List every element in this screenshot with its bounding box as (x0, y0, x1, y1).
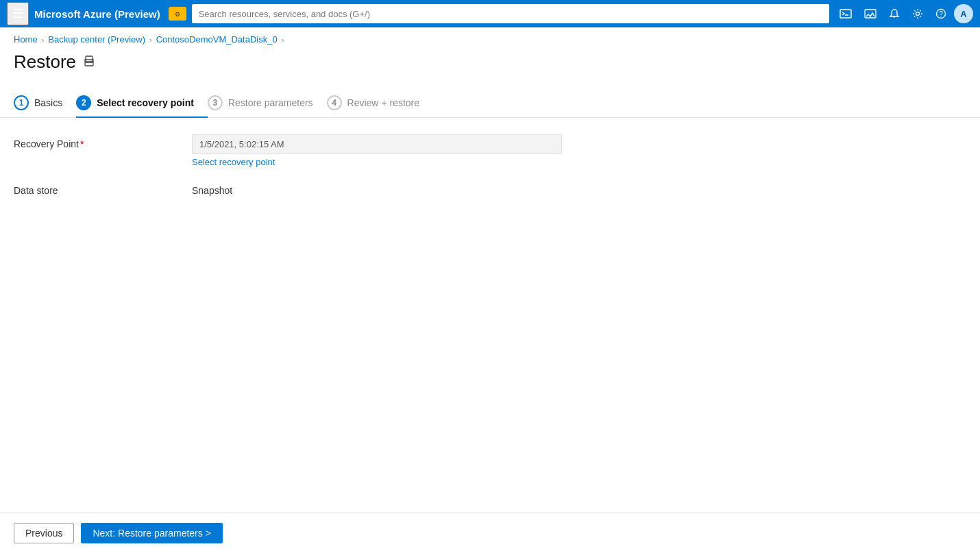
hamburger-button[interactable]: ☰ (7, 2, 29, 25)
page-header: Restore (0, 47, 980, 84)
bell-icon[interactable] (884, 5, 905, 22)
wizard-step-2-label: Select recovery point (97, 97, 194, 108)
svg-rect-11 (86, 56, 93, 62)
help-icon[interactable]: ? (931, 5, 951, 22)
svg-text:?: ? (939, 10, 943, 18)
wizard-step-4-num: 4 (327, 95, 342, 110)
wizard-steps: 1 Basics 2 Select recovery point 3 Resto… (0, 84, 980, 118)
select-recovery-point-link[interactable]: Select recovery point (192, 157, 966, 167)
svg-rect-2 (840, 10, 851, 18)
topbar-icons: ? A (835, 4, 973, 23)
form-row-recovery-point: Recovery Point* 1/5/2021, 5:02:15 AM Sel… (14, 134, 966, 167)
wizard-step-2-num: 2 (76, 95, 91, 110)
main-content: Recovery Point* 1/5/2021, 5:02:15 AM Sel… (0, 118, 980, 513)
svg-rect-10 (85, 62, 93, 66)
data-store-value: Snapshot (192, 181, 232, 196)
recovery-point-label: Recovery Point* (14, 134, 192, 149)
breadcrumb-disk[interactable]: ContosoDemoVM_DataDisk_0 (156, 34, 278, 45)
breadcrumb-backup-center[interactable]: Backup center (Preview) (48, 34, 145, 45)
data-store-label: Data store (14, 181, 192, 196)
preview-badge: ⚙ (169, 7, 186, 21)
search-input[interactable] (192, 4, 829, 23)
wizard-step-1-label: Basics (34, 97, 62, 108)
wizard-step-4[interactable]: 4 Review + restore (327, 95, 433, 117)
next-button[interactable]: Next: Restore parameters > (81, 523, 222, 543)
settings-icon[interactable] (907, 5, 928, 22)
wizard-step-3[interactable]: 3 Restore parameters (208, 95, 327, 117)
svg-point-12 (91, 60, 93, 62)
svg-text:⚙: ⚙ (175, 11, 180, 18)
breadcrumb: Home › Backup center (Preview) › Contoso… (0, 27, 980, 47)
wizard-step-3-num: 3 (208, 95, 223, 110)
form-row-data-store: Data store Snapshot (14, 181, 966, 196)
footer: Previous Next: Restore parameters > (0, 513, 980, 553)
breadcrumb-sep-1: › (42, 36, 45, 44)
terminal-icon[interactable] (835, 5, 857, 23)
page-title: Restore (14, 51, 76, 73)
recovery-point-input[interactable]: 1/5/2021, 5:02:15 AM (192, 134, 562, 154)
breadcrumb-sep-2: › (149, 36, 152, 44)
user-avatar[interactable]: A (954, 4, 973, 23)
breadcrumb-sep-3: › (282, 36, 284, 44)
recovery-point-field: 1/5/2021, 5:02:15 AM Select recovery poi… (192, 134, 966, 167)
wizard-step-3-label: Restore parameters (228, 97, 313, 108)
required-indicator: * (80, 138, 84, 149)
app-title: Microsoft Azure (Preview) (34, 8, 160, 20)
wizard-step-4-label: Review + restore (347, 97, 419, 108)
svg-point-7 (916, 12, 920, 16)
topbar: ☰ Microsoft Azure (Preview) ⚙ ? A (0, 0, 980, 27)
breadcrumb-home[interactable]: Home (14, 34, 38, 45)
previous-button[interactable]: Previous (14, 523, 74, 543)
wizard-step-1-num: 1 (14, 95, 29, 110)
wizard-step-1[interactable]: 1 Basics (14, 95, 76, 117)
cloud-shell-icon[interactable] (859, 5, 881, 23)
wizard-step-2[interactable]: 2 Select recovery point (76, 95, 208, 118)
print-icon[interactable] (83, 55, 95, 70)
